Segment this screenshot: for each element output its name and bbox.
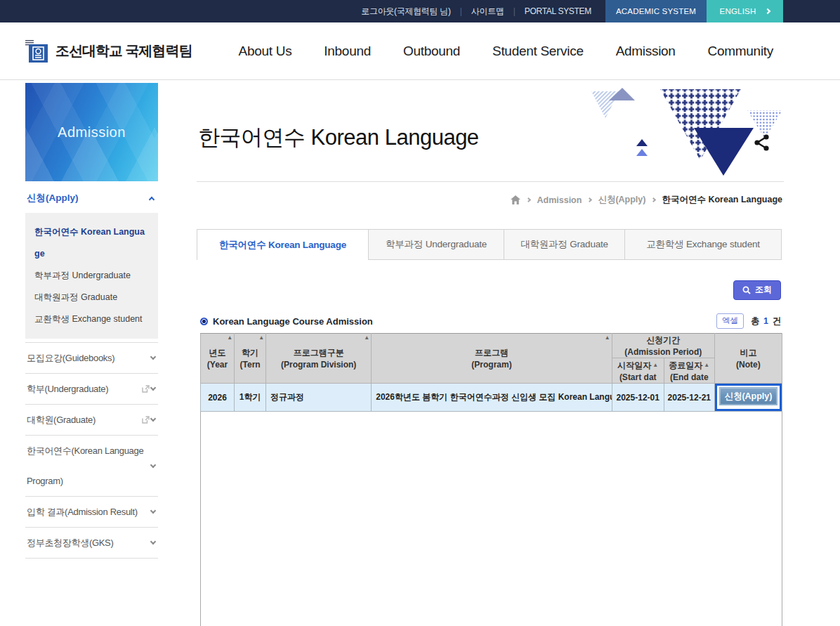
breadcrumb: Admission 신청(Apply) 한국어연수 Korean Languag…	[197, 194, 784, 206]
cell-program-division: 정규과정	[266, 384, 372, 412]
topbar-divider: |	[513, 6, 516, 16]
breadcrumb-apply[interactable]: 신청(Apply)	[598, 194, 645, 206]
topbar-filler	[783, 0, 840, 22]
academic-system-button[interactable]: ACADEMIC SYSTEM	[605, 0, 707, 22]
grid-caption-row: Korean Language Course Admission 엑셀 총 1 …	[197, 313, 784, 329]
decorative-triangles	[588, 86, 783, 178]
sidebar-item-graduate[interactable]: 대학원(Graduate)	[25, 405, 158, 436]
sort-asc-icon: ▲	[364, 335, 369, 341]
nav-community[interactable]: Community	[708, 44, 773, 59]
cell-start-date: 2025-12-01	[612, 384, 664, 412]
column-header-admission-period: 신청기간 (Admission Period)	[612, 334, 714, 358]
column-header-year[interactable]: ▲ 년도 (Year	[201, 334, 235, 384]
chevron-right-icon	[765, 8, 770, 14]
external-link-icon	[142, 416, 150, 424]
menu-label: 한국어연수(Korean Language Program)	[27, 436, 151, 496]
apply-button[interactable]: 신청(Apply)	[719, 387, 777, 405]
nav-student-service[interactable]: Student Service	[492, 44, 584, 59]
sidebar-item-graduate-course[interactable]: 대학원과정 Graduate	[34, 287, 149, 308]
column-header-term[interactable]: ▲ 학기 (Tern	[235, 334, 266, 384]
topbar-divider: |	[460, 6, 462, 16]
english-label: ENGLISH	[720, 7, 756, 15]
excel-export-button[interactable]: 엑셀	[716, 313, 744, 329]
nav-outbound[interactable]: Outbound	[403, 44, 460, 59]
search-button-label: 조회	[755, 284, 772, 296]
search-button[interactable]: 조회	[733, 280, 781, 300]
chevron-down-icon	[150, 508, 156, 514]
menu-label: 입학 결과(Admission Result)	[27, 497, 151, 527]
breadcrumb-admission[interactable]: Admission	[537, 195, 582, 205]
highlight-ring: 신청(Apply)	[715, 384, 782, 411]
university-logo[interactable]: 조선대학교 국제협력팀	[25, 39, 192, 63]
sidebar-item-exchange-student[interactable]: 교환학생 Exchange student	[34, 308, 149, 330]
language-english-button[interactable]: ENGLISH	[707, 0, 783, 22]
sort-asc-icon: ▲	[227, 335, 232, 341]
chevron-up-icon	[149, 196, 155, 202]
menu-label: 정부초청장학생(GKS)	[27, 528, 151, 558]
grid-empty-body	[200, 412, 782, 626]
site-header: 조선대학교 국제협력팀 About Us Inbound Outbound St…	[0, 22, 840, 80]
logout-link[interactable]: 로그아웃(국제협력팀 님)	[361, 6, 450, 18]
tab-undergraduate[interactable]: 학부과정 Undergraduate	[369, 229, 504, 260]
column-header-end-date[interactable]: 종료일자▲ (End date	[664, 358, 714, 384]
breadcrumb-separator	[526, 197, 531, 202]
sidebar-item-korean-language[interactable]: 한국어연수 Korean Language	[34, 221, 149, 265]
sidebar-item-gks[interactable]: 정부초청장학생(GKS)	[25, 528, 158, 559]
menu-label: 학부(Undergraduate)	[27, 374, 139, 404]
tab-graduate[interactable]: 대학원과정 Graduate	[504, 229, 625, 260]
total-count: 총 1 건	[751, 315, 781, 327]
column-header-start-date[interactable]: 시작일자▲ (Start dat	[612, 358, 664, 384]
dotted-triangle	[747, 110, 782, 138]
column-header-note[interactable]: 비고 (Note)	[714, 334, 782, 384]
total-suffix: 건	[773, 316, 782, 326]
sort-asc-icon: ▲	[652, 362, 658, 368]
sidebar-item-undergraduate-course[interactable]: 학부과정 Undergraduate	[34, 265, 149, 287]
sidebar: Admission 신청(Apply) 한국어연수 Korean Languag…	[25, 83, 158, 559]
tab-exchange-student[interactable]: 교환학생 Exchange student	[625, 229, 782, 260]
cell-end-date: 2025-12-21	[664, 384, 714, 412]
sort-asc-icon: ▲	[605, 335, 610, 341]
tab-bar: 한국어연수 Korean Language 학부과정 Undergraduate…	[197, 229, 784, 260]
sidebar-item-undergraduate[interactable]: 학부(Undergraduate)	[25, 374, 158, 405]
chevron-down-icon	[150, 539, 156, 545]
sidebar-item-korean-language-program[interactable]: 한국어연수(Korean Language Program)	[25, 436, 158, 497]
cell-program: 2026학년도 봄학기 한국어연수과정 신입생 모집 Korean Langua…	[372, 384, 612, 412]
column-header-program[interactable]: ▲ 프로그램 (Program)	[372, 334, 612, 384]
title-divider	[197, 181, 784, 182]
home-icon[interactable]	[511, 195, 520, 204]
admission-grid: ▲ 년도 (Year ▲ 학기 (Tern ▲ 프로그램구분 (Prog	[200, 333, 782, 626]
section-bullet-icon	[200, 318, 208, 325]
cell-note: 신청(Apply)	[714, 384, 782, 412]
main-content: 한국어연수 Korean Language Admission 신청(Apply…	[197, 80, 784, 626]
search-icon	[742, 286, 751, 294]
share-icon[interactable]	[754, 134, 768, 150]
logo-text: 조선대학교 국제협력팀	[55, 41, 192, 60]
nav-admission[interactable]: Admission	[616, 44, 676, 59]
chevron-down-icon	[150, 385, 156, 391]
column-header-program-division[interactable]: ▲ 프로그램구분 (Program Division)	[266, 334, 372, 384]
sidebar-item-guidebooks[interactable]: 모집요강(Guidebooks)	[25, 343, 158, 374]
nav-about-us[interactable]: About Us	[239, 44, 292, 59]
external-link-icon	[142, 385, 150, 393]
nav-inbound[interactable]: Inbound	[324, 44, 371, 59]
topbar: 로그아웃(국제협력팀 님) | 사이트맵 | PORTAL SYSTEM ACA…	[0, 0, 840, 22]
small-blue-triangle	[636, 149, 648, 156]
breadcrumb-current: 한국어연수 Korean Language	[662, 194, 782, 206]
portal-system-link[interactable]: PORTAL SYSTEM	[525, 6, 591, 16]
breadcrumb-separator	[587, 197, 592, 202]
sitemap-link[interactable]: 사이트맵	[471, 6, 504, 18]
small-navy-triangle	[636, 139, 648, 146]
tab-korean-language[interactable]: 한국어연수 Korean Language	[197, 229, 369, 260]
sidebar-menu: 모집요강(Guidebooks) 학부(Undergraduate) 대학원(G…	[25, 342, 158, 559]
cell-year: 2026	[201, 384, 235, 412]
total-prefix: 총	[751, 316, 760, 326]
sort-asc-icon: ▲	[258, 335, 264, 341]
menu-label: 모집요강(Guidebooks)	[27, 343, 151, 373]
chevron-down-icon	[150, 462, 156, 467]
chevron-down-icon	[150, 354, 156, 360]
university-logo-emblem	[25, 39, 49, 63]
sidebar-item-admission-result[interactable]: 입학 결과(Admission Result)	[25, 497, 158, 528]
grid-section-title: Korean Language Course Admission	[213, 316, 373, 327]
breadcrumb-separator	[651, 197, 656, 202]
sidebar-section-apply[interactable]: 신청(Apply)	[25, 181, 158, 213]
